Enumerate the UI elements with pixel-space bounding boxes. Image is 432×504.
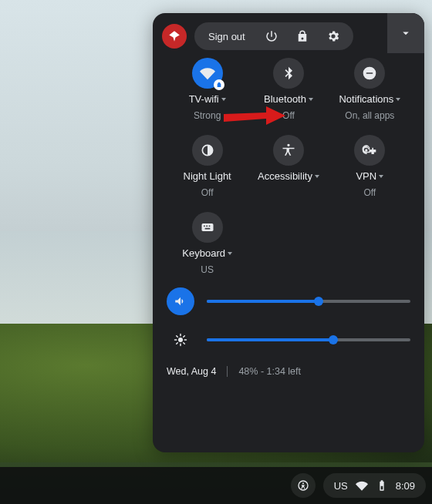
shelf-wifi-icon xyxy=(356,479,368,492)
shelf-clock: 8:09 xyxy=(396,480,415,492)
keyboard-icon xyxy=(192,212,223,243)
sign-out-button[interactable]: Sign out xyxy=(197,31,256,42)
svg-rect-4 xyxy=(208,225,210,227)
tile-wifi-label: TV-wifi xyxy=(189,93,219,106)
chevron-down-icon xyxy=(379,175,383,178)
chevron-down-icon xyxy=(309,98,313,101)
tile-night-light[interactable]: Night Light Off xyxy=(167,135,248,198)
wifi-icon xyxy=(192,58,223,89)
shelf-accessibility-icon[interactable] xyxy=(291,473,316,498)
tile-notifications-label: Notifications xyxy=(339,93,393,106)
tile-keyboard[interactable]: Keyboard US xyxy=(167,212,248,275)
tile-bluetooth[interactable]: Bluetooth Off xyxy=(248,58,329,121)
tile-night-light-sub: Off xyxy=(201,187,214,198)
volume-row xyxy=(167,287,410,315)
brightness-slider[interactable] xyxy=(207,338,410,341)
brightness-row xyxy=(167,326,410,354)
tile-vpn-sub: Off xyxy=(363,187,376,198)
tile-wifi-sub: Strong xyxy=(194,110,221,121)
brightness-button[interactable] xyxy=(167,326,194,354)
svg-rect-2 xyxy=(204,225,205,227)
chevron-down-icon xyxy=(228,252,232,255)
avatar[interactable] xyxy=(162,24,187,49)
collapse-button[interactable] xyxy=(387,13,424,53)
accessibility-icon xyxy=(273,135,304,166)
quick-settings-panel: Sign out TV-wifi Strong xyxy=(153,13,424,452)
night-light-icon xyxy=(192,135,223,166)
chevron-down-icon xyxy=(396,98,400,101)
volume-slider[interactable] xyxy=(207,300,410,303)
status-tray[interactable]: US 8:09 xyxy=(323,473,426,498)
chevron-down-icon xyxy=(315,175,319,178)
shelf-battery-icon xyxy=(376,479,388,492)
svg-point-6 xyxy=(178,338,183,342)
tile-notifications-sub: On, all apps xyxy=(345,110,394,121)
tile-keyboard-label: Keyboard xyxy=(182,247,225,260)
chevron-down-icon xyxy=(221,98,226,101)
wifi-lock-badge xyxy=(214,79,224,90)
shelf-ime: US xyxy=(334,480,348,492)
tile-bluetooth-sub: Off xyxy=(282,110,295,121)
footer-divider xyxy=(227,366,228,377)
tile-bluetooth-label: Bluetooth xyxy=(264,93,306,106)
settings-button[interactable] xyxy=(318,21,349,52)
vpn-icon xyxy=(354,135,385,166)
svg-rect-3 xyxy=(206,225,208,227)
bluetooth-icon xyxy=(273,58,304,89)
panel-header: Sign out xyxy=(162,21,415,52)
lock-button[interactable] xyxy=(287,21,318,52)
tiles-grid: TV-wifi Strong Bluetooth Off Notificatio… xyxy=(167,58,410,275)
tile-accessibility[interactable]: Accessibility xyxy=(248,135,329,198)
panel-footer: Wed, Aug 4 48% - 1:34 left xyxy=(167,366,410,377)
dnd-icon xyxy=(354,58,385,89)
volume-button[interactable] xyxy=(167,287,194,315)
tile-notifications[interactable]: Notifications On, all apps xyxy=(329,58,410,121)
tile-wifi[interactable]: TV-wifi Strong xyxy=(167,58,248,121)
tile-night-light-label: Night Light xyxy=(184,170,231,183)
tile-keyboard-sub: US xyxy=(201,264,214,275)
svg-point-0 xyxy=(365,149,367,151)
power-button[interactable] xyxy=(256,21,287,52)
tile-accessibility-label: Accessibility xyxy=(258,170,312,183)
tile-vpn-label: VPN xyxy=(356,170,376,183)
tile-vpn[interactable]: VPN Off xyxy=(329,135,410,198)
footer-battery: 48% - 1:34 left xyxy=(238,366,301,377)
shelf: US 8:09 xyxy=(0,467,432,504)
svg-rect-5 xyxy=(204,228,210,230)
footer-date: Wed, Aug 4 xyxy=(167,366,216,377)
svg-point-9 xyxy=(302,482,304,484)
svg-rect-1 xyxy=(201,223,213,231)
header-capsule: Sign out xyxy=(194,22,353,50)
